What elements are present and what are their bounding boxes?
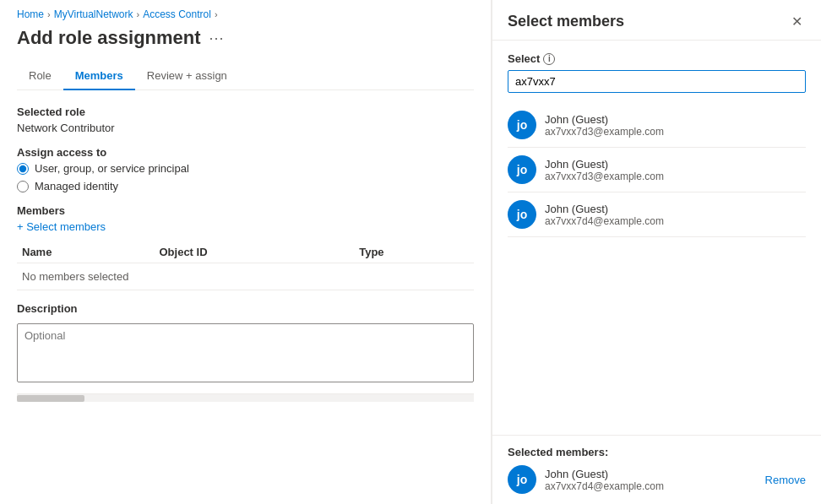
selected-members-section: Selected members: jo John (Guest) ax7vxx… xyxy=(492,435,821,504)
breadcrumb-sep3: › xyxy=(215,9,218,19)
radio-managed-identity-label: Managed identity xyxy=(35,180,118,192)
breadcrumb-network[interactable]: MyVirtualNetwork xyxy=(54,8,133,20)
selected-avatar: jo xyxy=(508,465,536,494)
user-item-0[interactable]: jo John (Guest) ax7vxx7d3@example.com xyxy=(508,103,806,148)
description-textarea[interactable] xyxy=(17,323,474,382)
panel-title: Select members xyxy=(508,13,624,30)
table-row-empty: No members selected xyxy=(17,263,474,290)
left-panel: Home › MyVirtualNetwork › Access Control… xyxy=(0,0,492,504)
remove-button[interactable]: Remove xyxy=(765,474,806,486)
user-info-2: John (Guest) ax7vxx7d4@example.com xyxy=(545,203,664,227)
col-name: Name xyxy=(17,241,154,263)
radio-user-group[interactable]: User, group, or service principal xyxy=(17,162,474,175)
selected-member-info: John (Guest) ax7vxx7d4@example.com xyxy=(545,468,757,492)
user-name-0: John (Guest) xyxy=(545,113,664,126)
description-section: Description xyxy=(17,302,474,385)
user-name-2: John (Guest) xyxy=(545,203,664,215)
assign-access-label: Assign access to xyxy=(17,146,474,159)
page-title: Add role assignment xyxy=(17,27,201,49)
tab-review[interactable]: Review + assign xyxy=(135,62,239,90)
members-table: Name Object ID Type No members selected xyxy=(17,241,474,290)
radio-user-group-input[interactable] xyxy=(17,163,29,175)
panel-header: Select members ✕ xyxy=(492,0,821,41)
select-label: Select i xyxy=(508,52,806,65)
selected-member-email: ax7vxx7d4@example.com xyxy=(545,480,757,492)
selected-member-row: jo John (Guest) ax7vxx7d4@example.com Re… xyxy=(508,465,806,494)
selected-members-label: Selected members: xyxy=(508,446,806,458)
members-label: Members xyxy=(17,204,474,217)
close-button[interactable]: ✕ xyxy=(788,12,806,31)
page-header: Add role assignment ··· xyxy=(17,27,474,49)
scrollbar[interactable] xyxy=(17,393,474,402)
breadcrumb-home[interactable]: Home xyxy=(17,8,44,20)
select-members-link[interactable]: + Select members xyxy=(17,220,106,233)
avatar-1: jo xyxy=(508,155,536,184)
assign-access-radio-group: User, group, or service principal Manage… xyxy=(17,162,474,192)
breadcrumb-sep1: › xyxy=(47,9,51,19)
breadcrumb-access-control[interactable]: Access Control xyxy=(143,8,211,20)
members-section: Members + Select members Name Object ID … xyxy=(17,204,474,290)
radio-managed-identity-input[interactable] xyxy=(17,181,29,192)
radio-user-group-label: User, group, or service principal xyxy=(35,162,189,175)
panel-body: Select i jo John (Guest) ax7vxx7d3@examp… xyxy=(492,41,821,435)
radio-managed-identity[interactable]: Managed identity xyxy=(17,180,474,192)
selected-role-value: Network Contributor xyxy=(17,122,474,134)
selected-role-label: Selected role xyxy=(17,106,474,118)
tab-members[interactable]: Members xyxy=(63,62,135,90)
more-options-icon[interactable]: ··· xyxy=(209,30,225,47)
breadcrumb: Home › MyVirtualNetwork › Access Control… xyxy=(17,8,474,20)
user-info-0: John (Guest) ax7vxx7d3@example.com xyxy=(545,113,664,138)
user-list: jo John (Guest) ax7vxx7d3@example.com jo… xyxy=(508,103,806,237)
user-item-1[interactable]: jo John (Guest) ax7vxx7d3@example.com xyxy=(508,148,806,192)
user-email-2: ax7vxx7d4@example.com xyxy=(545,215,664,227)
avatar-0: jo xyxy=(508,111,536,139)
search-input[interactable] xyxy=(508,70,806,93)
description-label: Description xyxy=(17,302,474,315)
user-item-2[interactable]: jo John (Guest) ax7vxx7d4@example.com xyxy=(508,192,806,237)
right-panel: Select members ✕ Select i jo John (Guest… xyxy=(492,0,821,504)
user-info-1: John (Guest) ax7vxx7d3@example.com xyxy=(545,158,664,182)
avatar-2: jo xyxy=(508,200,536,229)
no-members-text: No members selected xyxy=(17,263,474,290)
selected-member-name: John (Guest) xyxy=(545,468,757,480)
user-email-1: ax7vxx7d3@example.com xyxy=(545,171,664,182)
tabs-bar: Role Members Review + assign xyxy=(17,62,474,90)
scroll-thumb xyxy=(17,395,84,402)
col-object-id: Object ID xyxy=(154,241,354,263)
info-icon[interactable]: i xyxy=(543,53,555,65)
col-type: Type xyxy=(354,241,474,263)
user-name-1: John (Guest) xyxy=(545,158,664,171)
tab-role[interactable]: Role xyxy=(17,62,63,90)
breadcrumb-sep2: › xyxy=(137,9,140,19)
user-email-0: ax7vxx7d3@example.com xyxy=(545,126,664,138)
